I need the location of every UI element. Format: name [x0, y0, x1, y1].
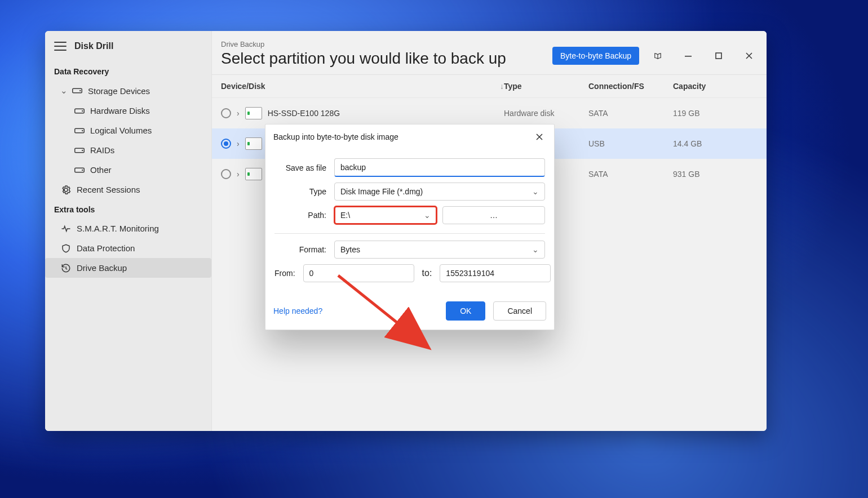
col-cap[interactable]: Capacity [673, 82, 758, 91]
byte-to-byte-backup-button[interactable]: Byte-to-byte Backup [552, 47, 639, 65]
book-icon[interactable] [646, 48, 670, 64]
sidebar-item-label: Drive Backup [77, 263, 127, 273]
to-input[interactable] [440, 264, 551, 282]
sidebar-item-label: Data Protection [77, 243, 135, 253]
drive-icon [74, 127, 85, 135]
chevron-down-icon: ⌄ [424, 211, 431, 220]
row-radio[interactable] [221, 108, 231, 118]
svg-point-1 [79, 90, 81, 91]
drive-icon [74, 107, 85, 115]
device-type: Hardware disk [504, 109, 588, 118]
device-name: HS-SSD-E100 128G [268, 109, 340, 118]
to-label: to: [422, 268, 432, 278]
device-cap: 14.4 GB [673, 139, 758, 148]
type-label: Type [274, 187, 326, 196]
svg-point-3 [82, 110, 83, 111]
col-device[interactable]: Device/Disk [221, 82, 265, 91]
from-input[interactable] [303, 264, 414, 282]
sidebar-item-logical-volumes[interactable]: Logical Volumes [45, 121, 211, 140]
type-value: Disk Image File (*.dmg) [340, 187, 423, 196]
save-as-label: Save as file [274, 163, 326, 172]
pulse-icon [61, 225, 71, 233]
svg-rect-10 [685, 56, 692, 57]
backup-dialog: Backup into byte-to-byte disk image Save… [265, 124, 555, 330]
chevron-down-icon: ⌄ [532, 187, 539, 196]
maximize-button[interactable] [707, 48, 730, 64]
cancel-button[interactable]: Cancel [493, 301, 546, 321]
app-window: Disk Drill Data Recovery ⌄ Storage Devic… [45, 31, 767, 431]
chevron-right-icon[interactable]: › [237, 139, 240, 148]
format-label: Format: [274, 245, 326, 254]
shield-icon [61, 244, 71, 252]
drive-icon [74, 146, 85, 154]
history-icon [61, 264, 71, 272]
save-as-input[interactable] [334, 158, 545, 177]
device-conn: SATA [588, 170, 673, 179]
device-cap: 119 GB [673, 109, 758, 118]
app-header: Disk Drill [45, 31, 211, 61]
titlebar: Drive Backup Select partition you would … [212, 31, 767, 74]
type-select[interactable]: Disk Image File (*.dmg) ⌄ [334, 183, 545, 201]
section-extra-tools: Extra tools [45, 199, 211, 219]
dialog-title: Backup into byte-to-byte disk image [273, 132, 398, 141]
chevron-down-icon: ⌄ [532, 245, 539, 254]
sidebar-item-label: Other [90, 165, 112, 175]
sidebar-item-label: Storage Devices [88, 86, 150, 96]
sidebar-item-label: S.M.A.R.T. Monitoring [77, 224, 159, 233]
chevron-down-icon: ⌄ [61, 86, 67, 96]
format-value: Bytes [340, 245, 360, 254]
row-radio[interactable] [221, 139, 231, 149]
breadcrumb: Drive Backup [221, 40, 506, 48]
help-link[interactable]: Help needed? [273, 306, 322, 315]
app-title: Disk Drill [74, 41, 113, 51]
svg-point-9 [82, 169, 83, 170]
col-conn[interactable]: Connection/FS [588, 82, 673, 91]
minimize-button[interactable] [676, 48, 700, 64]
close-button[interactable] [737, 48, 761, 64]
divider [274, 233, 545, 234]
device-conn: USB [588, 139, 673, 148]
from-label: From: [274, 269, 295, 278]
path-label: Path: [274, 211, 326, 220]
sidebar-item-label: Hardware Disks [90, 106, 150, 115]
chevron-right-icon[interactable]: › [237, 170, 240, 179]
sidebar-item-label: RAIDs [90, 145, 114, 155]
device-conn: SATA [588, 109, 673, 118]
section-data-recovery: Data Recovery [45, 61, 211, 81]
sidebar-item-label: Recent Sessions [77, 185, 140, 194]
sidebar-item-drive-backup[interactable]: Drive Backup [45, 258, 211, 278]
drive-icon [245, 137, 262, 150]
sidebar: Disk Drill Data Recovery ⌄ Storage Devic… [45, 31, 212, 431]
chevron-right-icon[interactable]: › [237, 109, 240, 118]
gear-icon [61, 186, 71, 194]
format-select[interactable]: Bytes ⌄ [334, 241, 545, 259]
dialog-titlebar: Backup into byte-to-byte disk image [265, 124, 554, 149]
dialog-close-button[interactable] [532, 130, 547, 144]
svg-point-5 [82, 130, 83, 131]
svg-point-7 [82, 149, 83, 150]
path-value: E:\ [340, 211, 350, 220]
drive-icon [245, 107, 262, 119]
sort-arrow-icon[interactable]: ↓ [500, 82, 504, 91]
svg-rect-11 [716, 53, 721, 59]
page-title: Select partition you would like to back … [221, 50, 506, 68]
browse-button[interactable]: … [442, 206, 545, 224]
sidebar-item-data-protection[interactable]: Data Protection [45, 238, 211, 258]
drive-icon [245, 168, 262, 180]
row-radio[interactable] [221, 169, 231, 179]
device-cap: 931 GB [673, 170, 758, 179]
sidebar-item-smart[interactable]: S.M.A.R.T. Monitoring [45, 219, 211, 238]
path-select[interactable]: E:\ ⌄ [334, 206, 437, 224]
col-type[interactable]: Type [504, 82, 588, 91]
sidebar-item-storage-devices[interactable]: ⌄ Storage Devices [45, 81, 211, 101]
sidebar-item-hardware-disks[interactable]: Hardware Disks [45, 101, 211, 121]
sidebar-item-raids[interactable]: RAIDs [45, 140, 211, 160]
ok-button[interactable]: OK [446, 301, 485, 321]
drive-icon [72, 87, 82, 95]
sidebar-item-label: Logical Volumes [90, 126, 152, 135]
sidebar-item-recent-sessions[interactable]: Recent Sessions [45, 180, 211, 199]
drive-icon [74, 166, 85, 174]
hamburger-icon[interactable] [54, 42, 67, 51]
sidebar-item-other[interactable]: Other [45, 160, 211, 180]
table-header: Device/Disk↓ Type Connection/FS Capacity [212, 75, 767, 98]
